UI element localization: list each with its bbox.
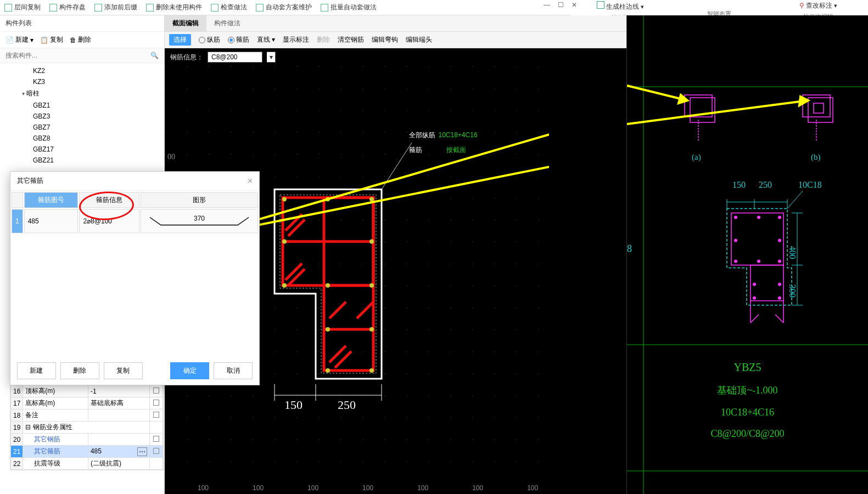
tree-item[interactable]: GBZ7 [0,122,164,133]
tool-edit-hook[interactable]: 编辑弯钩 [372,35,398,44]
tab-section-edit[interactable]: 截面编辑 [165,15,206,31]
svg-point-61 [778,283,781,286]
col-shape[interactable]: 图形 [141,192,258,208]
svg-point-62 [753,296,756,300]
table-row[interactable]: 18备注 [11,409,163,422]
tb-batch-auto[interactable]: 批量自动套做法 [321,3,377,12]
search-input[interactable] [0,48,164,63]
ref-d400: 400 [787,246,797,259]
new-button[interactable]: 📄 新建 ▾ [5,35,33,44]
col-stirrup-info[interactable]: 箍筋信息 [79,192,139,208]
tool-edit-end[interactable]: 编辑端头 [406,35,432,44]
svg-point-25 [326,368,330,373]
tree-item[interactable]: GBZ3 [0,111,164,122]
tree-item[interactable]: GBZ21 [0,155,164,166]
tree-item[interactable]: GBZ17 [0,144,164,155]
component-tree: KZ2 KZ3 暗柱 GBZ1 GBZ3 GBZ7 GBZ8 GBZ17 GBZ… [0,63,164,168]
tree-item[interactable]: GBZ1 [0,100,164,111]
svg-point-15 [282,197,287,201]
ref-d150: 150 [732,180,746,190]
dim-150: 150 [284,398,303,412]
ann-stirrup: 箍筋 按截面 [409,140,466,156]
table-row[interactable]: 16顶标高(m)-1 [11,385,163,397]
copy-button[interactable]: 📋 复制 [40,35,63,44]
ref-d300: 300 [787,284,797,297]
tree-group[interactable]: 暗柱 [0,87,164,100]
svg-point-18 [282,239,287,244]
svg-point-56 [778,239,781,242]
rebar-info-input[interactable] [208,52,262,63]
tool-show-dim[interactable]: 显示标注 [283,35,309,44]
svg-point-54 [778,216,781,219]
svg-point-22 [369,283,374,288]
radio-stirrup[interactable]: 箍筋 [228,35,249,44]
ref-name: YBZ5 [627,361,868,374]
property-grid: 16顶标高(m)-1 17底标高(m)基础底标高 18备注 19⊟ 钢筋业务属性… [10,384,164,470]
tb-check-method[interactable]: 检查做法 [211,3,247,12]
table-row[interactable]: 22抗震等级(二级抗震) [11,458,163,470]
window-close-icon[interactable]: ✕ [572,1,577,9]
tb-save-component[interactable]: 构件存盘 [49,3,86,12]
svg-point-19 [369,239,374,244]
tab-method[interactable]: 构件做法 [206,15,248,31]
stirrup-table: 箍筋图号 箍筋信息 图形 1 485 2⌀8@100 370 [10,191,259,234]
reference-panel: (a) (b) 150 250 10C18 400 300 8 YBZ5 基础顶… [626,15,868,494]
tree-item[interactable]: KZ2 [0,65,164,76]
dim-250: 250 [338,398,356,412]
svg-point-24 [369,327,374,332]
rt-check-annot[interactable]: ⚲ 查改标注 ▾ [769,1,868,10]
rebar-info-label: 钢筋信息： [170,53,203,62]
svg-point-23 [326,327,330,332]
modal-delete-button[interactable]: 删除 [60,362,99,379]
select-mode[interactable]: 选择 [169,34,191,46]
cancel-button[interactable]: 取消 [214,362,253,379]
ref-bars: 10C18+4C16 [627,407,868,418]
tool-line[interactable]: 直线 ▾ [257,35,275,44]
shape-dim: 370 [194,215,205,222]
tb-del-unused[interactable]: 删除未使用构件 [146,3,202,12]
ref-elev: 基础顶~-1.000 [627,384,868,397]
ref-d250: 250 [759,180,772,190]
dialog-title: 其它箍筋 [17,176,43,186]
svg-point-26 [369,368,374,373]
ruler-00: 00 [167,153,175,161]
table-row-selected[interactable]: 21其它箍筋485 ⋯ [11,446,163,458]
svg-point-20 [282,283,287,288]
svg-point-55 [734,239,737,242]
radio-longitudinal[interactable]: 纵筋 [199,35,220,44]
tb-add-prefix[interactable]: 添加前后缀 [94,3,137,12]
cell-shape-num[interactable]: 485 [24,209,79,233]
svg-point-57 [734,260,737,263]
tool-clear-rebar[interactable]: 清空钢筋 [338,35,364,44]
ref-10c18: 10C18 [798,180,822,190]
tree-item[interactable]: GBZ8 [0,133,164,144]
ref-8: 8 [627,243,632,255]
modal-new-button[interactable]: 新建 [17,362,56,379]
close-icon[interactable]: × [248,176,253,186]
ann-all-long: 全部纵筋 10C18+4C16 [409,126,478,141]
rt-gen-border[interactable]: 生成柱边线 ▾ [571,1,670,12]
window-max-icon[interactable]: ☐ [558,1,564,9]
cell-stirrup-info[interactable]: 2⌀8@100 [79,209,139,233]
rebar-info-dropdown[interactable]: ▾ [267,52,276,63]
table-row[interactable]: 1 485 2⌀8@100 370 [12,209,258,233]
col-shape-num[interactable]: 箍筋图号 [24,192,79,208]
ref-stir: C8@200/C8@200 [627,428,868,440]
svg-marker-76 [799,97,808,105]
table-row[interactable]: 17底标高(m)基础底标高 [11,397,163,409]
modal-copy-button[interactable]: 复制 [104,362,143,379]
tool-delete[interactable]: 删除 [317,35,330,44]
svg-point-53 [757,216,760,219]
search-icon: 🔍 [150,52,159,59]
svg-point-21 [326,283,330,288]
svg-point-52 [734,216,737,219]
tree-item[interactable]: KZ3 [0,76,164,87]
window-min-icon[interactable]: — [544,1,550,9]
table-row[interactable]: 20其它钢筋 [11,434,163,446]
delete-button[interactable]: 🗑 删除 [70,35,91,44]
cell-shape[interactable]: 370 [141,209,258,233]
tb-auto-scheme[interactable]: 自动套方案维护 [256,3,312,12]
ok-button[interactable]: 确定 [170,362,209,379]
table-row[interactable]: 19⊟ 钢筋业务属性 [11,422,163,434]
tb-layer-copy[interactable]: 层间复制 [4,3,41,12]
